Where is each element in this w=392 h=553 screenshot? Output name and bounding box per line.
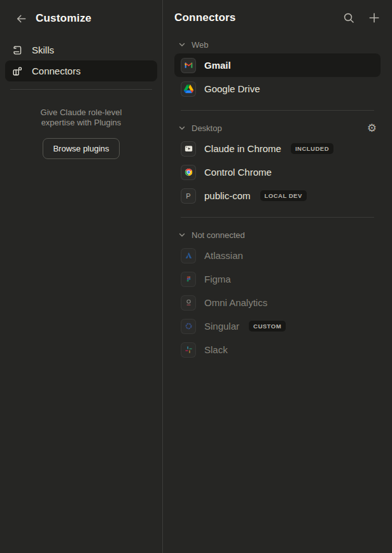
connector-row-singular[interactable]: Singular CUSTOM — [174, 314, 381, 338]
sidebar-header: Customize — [0, 9, 162, 28]
connector-name: Google Drive — [204, 83, 260, 94]
section-header-web[interactable]: Web — [174, 37, 381, 52]
connectors-panel: Connectors Web — [163, 0, 392, 553]
included-badge: INCLUDED — [291, 143, 333, 154]
connector-name: Omni Analytics — [204, 297, 267, 308]
connector-row-slack[interactable]: Slack — [174, 338, 381, 361]
atlassian-icon — [181, 248, 196, 263]
chevron-down-icon — [178, 231, 186, 239]
plugins-promo-text: Give Claude role-level expertise with Pl… — [27, 108, 136, 129]
local-dev-badge: LOCAL DEV — [260, 190, 307, 201]
custom-badge: CUSTOM — [249, 321, 286, 332]
connector-name: Atlassian — [204, 250, 243, 261]
connector-row-public-com[interactable]: P public-com LOCAL DEV — [174, 184, 381, 207]
skills-icon — [11, 45, 23, 56]
sidebar-nav: Skills Connectors — [0, 39, 162, 81]
section-label: Not connected — [192, 230, 245, 240]
connector-name: public-com — [204, 190, 251, 201]
singular-icon — [181, 319, 196, 334]
connector-name: Figma — [204, 274, 231, 284]
browse-plugins-button[interactable]: Browse plugins — [43, 138, 119, 159]
claude-in-chrome-icon — [181, 141, 196, 157]
connector-name: Control Chrome — [204, 167, 272, 178]
connectors-icon — [11, 66, 23, 77]
connector-row-control-chrome[interactable]: Control Chrome — [174, 160, 381, 184]
connector-name: Gmail — [204, 60, 231, 71]
desktop-connector-list: Claude in Chrome INCLUDED Control Chrome… — [174, 137, 381, 207]
google-drive-icon — [181, 81, 196, 97]
connector-name: Slack — [204, 344, 228, 355]
section-divider — [181, 217, 374, 218]
connector-name: Claude in Chrome — [204, 143, 281, 154]
figma-icon — [181, 272, 196, 287]
section-divider — [181, 110, 374, 111]
connector-row-claude-in-chrome[interactable]: Claude in Chrome INCLUDED — [174, 137, 381, 160]
connector-row-figma[interactable]: Figma — [174, 267, 381, 291]
sidebar-item-label: Skills — [32, 45, 54, 55]
chevron-down-icon — [178, 41, 186, 48]
connector-row-atlassian[interactable]: Atlassian — [174, 244, 381, 267]
panel-title: Connectors — [174, 11, 342, 24]
section-header-desktop[interactable]: Desktop ⚙ — [174, 120, 381, 136]
slack-icon — [181, 342, 196, 358]
connector-row-gmail[interactable]: Gmail — [174, 53, 381, 77]
web-connector-list: Gmail Google Drive — [174, 53, 381, 101]
page-title: Customize — [36, 12, 92, 25]
section-label: Web — [192, 40, 209, 50]
sidebar-item-connectors[interactable]: Connectors — [5, 60, 157, 81]
not-connected-list: Atlassian Figma — [174, 244, 381, 361]
plus-icon[interactable] — [368, 11, 381, 24]
sidebar-item-skills[interactable]: Skills — [5, 39, 157, 60]
section-label: Desktop — [192, 123, 222, 133]
section-header-not-connected[interactable]: Not connected — [174, 227, 381, 242]
search-icon[interactable] — [342, 11, 355, 24]
connector-row-google-drive[interactable]: Google Drive — [174, 77, 381, 101]
sidebar-item-label: Connectors — [32, 66, 81, 76]
chevron-down-icon — [178, 124, 186, 132]
connector-row-omni-analytics[interactable]: Omni Analytics — [174, 291, 381, 314]
back-arrow-icon[interactable] — [15, 13, 27, 25]
chrome-icon — [181, 165, 196, 180]
gmail-icon — [181, 58, 196, 73]
sidebar: Customize Skills Connectors Give — [0, 0, 163, 553]
connector-name: Singular — [204, 321, 239, 332]
letter-p-icon: P — [181, 188, 196, 204]
settings-gear-icon[interactable]: ⚙ — [367, 123, 377, 134]
panel-header: Connectors — [174, 0, 381, 36]
omni-analytics-icon — [181, 295, 196, 311]
sidebar-divider — [10, 89, 152, 90]
